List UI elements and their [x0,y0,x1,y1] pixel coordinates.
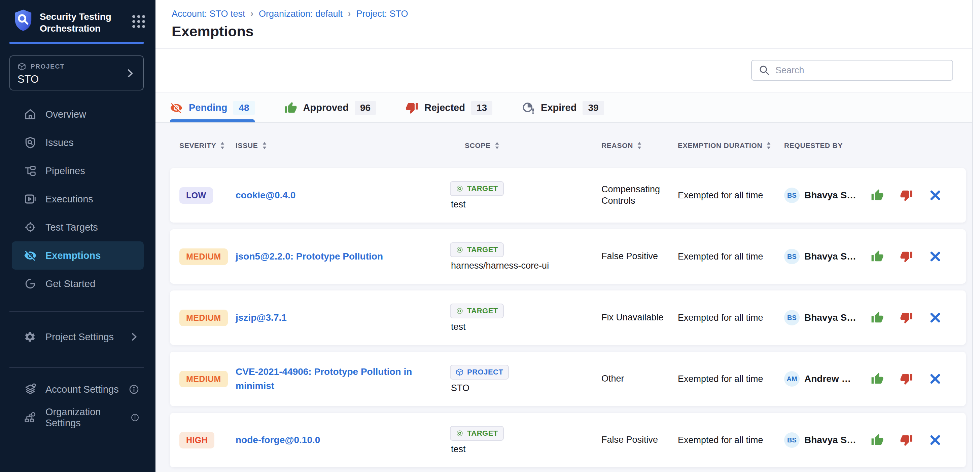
sidebar-item-project-settings[interactable]: Project Settings [0,323,156,351]
reject-thumb-down-icon[interactable] [900,434,913,447]
issue-link[interactable]: node-forge@0.10.0 [235,435,320,445]
column-label: REASON [601,141,633,150]
thumb-down-icon [406,101,418,114]
scope-name: test [450,322,466,332]
sidebar-item-label: Get Started [45,278,95,290]
target-rings-icon [456,429,464,437]
sidebar-item-pipelines[interactable]: Pipelines [0,157,156,185]
cancel-x-icon[interactable] [929,372,942,385]
duration-cell: Exempted for all time [678,190,784,201]
sidebar-item-get-started[interactable]: Get Started [0,269,156,298]
column-header-requested-by: REQUESTED BY [784,141,956,150]
approve-thumb-up-icon[interactable] [871,189,884,202]
scope-type-pill: TARGET [450,304,504,318]
issue-link[interactable]: jszip@3.7.1 [235,312,287,323]
scope-type-label: TARGET [467,307,498,315]
scope-type-label: TARGET [467,184,498,193]
reject-thumb-down-icon[interactable] [900,250,913,263]
table-row[interactable]: HIGH node-forge@0.10.0 TARGET test False… [170,413,966,467]
approve-thumb-up-icon[interactable] [871,372,884,385]
module-grid-icon[interactable] [131,14,146,29]
avatar: BS [784,249,800,264]
row-actions [871,189,942,202]
row-actions [871,311,942,324]
approve-thumb-up-icon[interactable] [871,311,884,324]
cancel-x-icon[interactable] [929,311,942,324]
main-content: Account: STO test › Organization: defaul… [156,0,980,472]
sidebar-item-executions[interactable]: Executions [0,185,156,213]
sidebar-item-test-targets[interactable]: Test Targets [0,213,156,241]
target-rings-icon [456,307,464,315]
sidebar-item-account-settings[interactable]: Account Settings [0,375,156,404]
sidebar-item-exemptions[interactable]: Exemptions [12,241,144,269]
issue-cell: jszip@3.7.1 [235,310,450,325]
sidebar-item-organization-settings[interactable]: Organization Settings [0,404,156,432]
breadcrumb-account[interactable]: Account: STO test [172,9,245,19]
column-header-exemption-duration[interactable]: EXEMPTION DURATION [678,141,784,150]
search-input[interactable] [775,65,946,76]
tab-label: Expired [541,102,576,113]
org-chart-gear-icon [24,411,37,424]
reject-thumb-down-icon[interactable] [900,311,913,324]
column-header-issue[interactable]: ISSUE [235,141,450,150]
scope-type-pill: PROJECT [450,365,509,380]
tab-label: Pending [189,102,227,113]
info-icon[interactable] [130,412,139,423]
scope-type-pill: TARGET [450,426,504,441]
severity-cell: MEDIUM [180,371,235,387]
approve-thumb-up-icon[interactable] [871,434,884,447]
column-header-reason[interactable]: REASON [601,141,678,150]
avatar: BS [784,310,800,325]
reason-cell: Compensating Controls [601,184,678,207]
tab-rejected[interactable]: Rejected 13 [406,93,492,122]
table-row[interactable]: LOW cookie@0.4.0 TARGET test Compensatin… [170,168,966,223]
layers-gear-icon [24,383,37,396]
table-row[interactable]: MEDIUM json5@2.2.0: Prototype Pollution … [170,229,966,284]
cancel-x-icon[interactable] [929,434,942,447]
row-actions [871,434,942,447]
tab-expired[interactable]: Expired 39 [522,93,604,122]
issue-link[interactable]: CVE-2021-44906: Prototype Pollution in m… [235,366,412,391]
issue-cell: node-forge@0.10.0 [235,433,450,447]
tab-pending[interactable]: Pending 48 [170,93,255,122]
project-selector[interactable]: PROJECT STO [10,55,144,90]
tab-approved[interactable]: Approved 96 [285,93,376,122]
sidebar-divider [10,311,144,312]
table-row[interactable]: MEDIUM jszip@3.7.1 TARGET test Fix Unava… [170,290,966,345]
app-title: Security Testing Orchestration [40,9,124,34]
search-icon [759,65,770,76]
issue-link[interactable]: json5@2.2.0: Prototype Pollution [235,251,383,261]
breadcrumb-organization[interactable]: Organization: default [259,9,343,19]
table-row[interactable]: MEDIUM CVE-2021-44906: Prototype Polluti… [170,352,966,406]
chevron-right-icon [129,331,139,342]
issue-link[interactable]: cookie@0.4.0 [235,190,296,200]
chevron-right-icon: › [348,9,351,19]
sidebar-item-issues[interactable]: Issues [0,128,156,157]
requested-by-cell: BS Bhavya S… [784,432,956,448]
sidebar-header: Security Testing Orchestration [0,0,156,34]
reject-thumb-down-icon[interactable] [900,189,913,202]
requester-name: Bhavya S… [804,190,861,201]
scope-type-label: TARGET [467,246,498,254]
sidebar-item-overview[interactable]: Overview [0,100,156,128]
sidebar-divider [10,367,144,368]
project-name: STO [18,73,135,86]
duration-cell: Exempted for all time [678,374,784,384]
cancel-x-icon[interactable] [929,250,942,263]
approve-thumb-up-icon[interactable] [871,250,884,263]
column-header-severity[interactable]: SEVERITY [180,141,235,150]
tab-count-badge: 39 [582,101,604,115]
breadcrumb-project[interactable]: Project: STO [356,9,408,19]
scope-cell: PROJECT STO [450,365,601,393]
avatar: BS [784,188,800,203]
reject-thumb-down-icon[interactable] [900,372,913,385]
vertical-scrollbar[interactable] [972,0,980,472]
info-icon[interactable] [129,384,139,395]
sort-icon [495,141,500,150]
column-header-scope[interactable]: SCOPE [450,141,601,150]
shield-search-icon [24,136,37,149]
app-window: Security Testing Orchestration PROJECT S… [0,0,980,472]
search-box[interactable] [751,60,953,81]
sidebar-item-label: Organization Settings [45,407,122,429]
cancel-x-icon[interactable] [929,189,942,202]
